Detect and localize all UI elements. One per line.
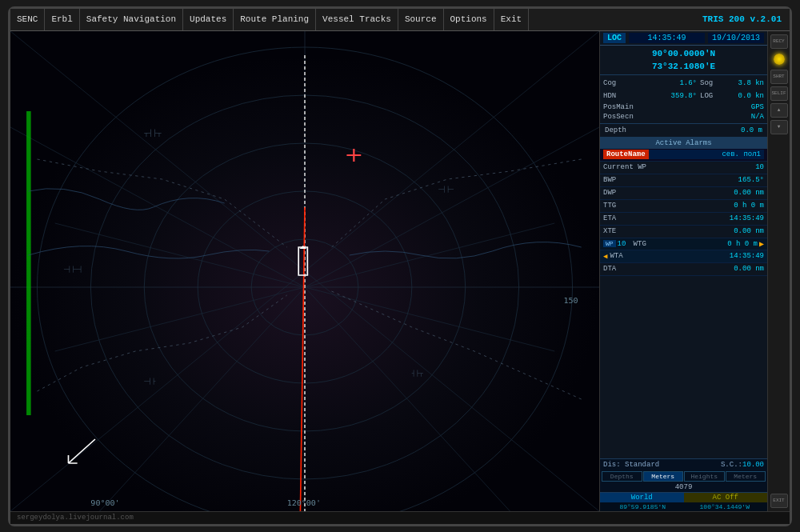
cog-row: Cog 1.6° Sog 3.8 kn	[600, 77, 767, 90]
side-btn-exit-label: EXIT	[773, 498, 784, 503]
chart-number: 4079	[600, 482, 767, 492]
ac-label: AC Off	[684, 493, 768, 502]
side-btn-recy[interactable]: RECY	[770, 34, 788, 49]
heights-tab[interactable]: Heights	[684, 471, 725, 482]
hdn-value: 359.8°	[643, 92, 697, 100]
wtg-value: 0 h 0 m	[727, 240, 758, 248]
bwp-row: BWP 165.5°	[600, 174, 767, 187]
depth-tabs: Depths Meters Heights Meters	[600, 470, 767, 482]
menu-source[interactable]: Source	[398, 9, 444, 30]
sc-value: 10.00	[742, 461, 764, 469]
coordinates-section: 90°00.0000'N 73°32.1080'E	[600, 46, 767, 75]
right-panel: LOC 14:35:49 19/10/2013 90°00.0000'N 73°…	[599, 31, 767, 511]
cog-value: 1.6°	[643, 79, 697, 87]
hdn-row: HDN 359.8° LOG 0.0 kn	[600, 90, 767, 102]
ttg-value: 0 h 0 m	[655, 202, 764, 210]
side-buttons: RECY SHRT SELIF ▲ ▼ EXIT	[767, 31, 790, 511]
side-btn-up-label: ▲	[778, 108, 781, 113]
svg-text:─┤├─┤: ─┤├─┤	[63, 266, 83, 272]
yellow-indicator	[774, 54, 785, 65]
menu-safety-nav[interactable]: Safety Navigation	[80, 9, 183, 30]
current-wp-value: 10	[655, 163, 764, 171]
nav-data-section: Cog 1.6° Sog 3.8 kn HDN 359.8° LOG 0.0 k…	[600, 75, 767, 124]
posmain-row: PosMain GPS	[600, 102, 767, 112]
menubar: SENC Erbl Safety Navigation Updates Rout…	[10, 9, 790, 31]
meters1-tab[interactable]: Meters	[643, 471, 684, 482]
log-value: 0.0 kn	[728, 92, 764, 100]
routename-value: сев. пол1	[649, 150, 764, 159]
depth-value: 0.0 m	[741, 126, 762, 134]
side-btn-down[interactable]: ▼	[770, 120, 788, 134]
side-btn-shrt[interactable]: SHRT	[770, 70, 788, 84]
wp-number: 10	[618, 240, 634, 248]
bottom-coord2: 100°34.1449'W	[686, 503, 765, 510]
eta-row: ETA 14:35:49	[600, 213, 767, 226]
side-btn-recy-label: RECY	[773, 39, 784, 44]
possecn-row: PosSecn N/A	[600, 112, 767, 122]
bottom-coords: 89°59.9185'N 100°34.1449'W	[600, 502, 767, 511]
bwp-value: 165.5°	[655, 176, 764, 184]
meters2-tab[interactable]: Meters	[726, 471, 766, 482]
routename-row: RouteName сев. пол1	[600, 149, 767, 162]
xte-label: XTE	[603, 227, 655, 235]
svg-text:┬┤├┬: ┬┤├┬	[143, 129, 162, 137]
side-btn-selif[interactable]: SELIF	[770, 86, 788, 101]
dis-row: Dis: Standard S.C.: 10.00	[600, 459, 767, 470]
svg-text:─┤├: ─┤├	[143, 378, 156, 384]
xte-value: 0.00 nm	[655, 227, 764, 235]
menu-route-planing[interactable]: Route Planing	[234, 9, 316, 30]
posmain-value: GPS	[651, 103, 764, 111]
menu-vessel-tracks[interactable]: Vessel Tracks	[316, 9, 398, 30]
nav-arrow-icon: ◀	[603, 252, 607, 261]
current-time: 14:35:49	[629, 33, 705, 43]
info-header: LOC 14:35:49 19/10/2013	[600, 31, 767, 46]
status-bar: sergeydolya.livejournal.com	[10, 511, 790, 524]
app-title: TRIS 200 v.2.01	[694, 14, 790, 24]
wta-label: WTA	[610, 252, 662, 260]
side-btn-exit[interactable]: EXIT	[770, 494, 788, 508]
current-wp-label: Current WP	[603, 163, 655, 171]
cog-label: Cog	[603, 79, 643, 87]
sog-value: 3.8 kn	[728, 79, 764, 87]
dta-value: 0.00 nm	[655, 265, 764, 273]
bottom-info: Dis: Standard S.C.: 10.00 Depths Meters …	[600, 458, 767, 511]
ttg-label: TTG	[603, 202, 655, 210]
possecn-label: PosSecn	[603, 113, 651, 121]
xte-row: XTE 0.00 nm	[600, 226, 767, 238]
depth-label: Depth	[605, 126, 741, 134]
world-row: World AC Off	[600, 492, 767, 502]
depth-section: Depth 0.0 m	[600, 124, 767, 138]
current-wp-row: Current WP 10	[600, 162, 767, 174]
posmain-label: PosMain	[603, 103, 651, 111]
side-btn-up[interactable]: ▲	[770, 103, 788, 118]
menu-exit[interactable]: Exit	[494, 9, 529, 30]
side-btn-down-label: ▼	[778, 125, 781, 130]
wp-badge: WP	[603, 240, 616, 247]
svg-text:150: 150	[563, 296, 578, 304]
menu-updates[interactable]: Updates	[183, 9, 234, 30]
svg-text:─┤├─: ─┤├─	[438, 186, 454, 192]
possecn-value: N/A	[651, 113, 764, 121]
dwp-row: DWP 0.00 nm	[600, 187, 767, 200]
ttg-row: TTG 0 h 0 m	[600, 200, 767, 213]
dwp-value: 0.00 nm	[655, 189, 764, 197]
depth-row: Depth 0.0 m	[600, 126, 767, 135]
wp-row: WP 10 WTG 0 h 0 m ▶	[600, 238, 767, 250]
sc-label: S.C.:	[721, 461, 742, 469]
depths-tab[interactable]: Depths	[602, 471, 642, 482]
wta-row: ◀ WTA 14:35:49	[600, 250, 767, 263]
menu-senc[interactable]: SENC	[10, 9, 45, 30]
menu-erbl[interactable]: Erbl	[45, 9, 79, 30]
bwp-label: BWP	[603, 176, 655, 184]
latitude-display: 90°00.0000'N	[600, 47, 767, 60]
dta-row: DTA 0.00 nm	[600, 263, 767, 276]
routename-label: RouteName	[603, 150, 649, 159]
log-label: LOG	[700, 92, 728, 100]
wtg-label: WTG	[634, 240, 728, 248]
chart-area: ┬┤├┬ ─┤├─┤ ─┤├─ ┤├┬ ─┤├	[10, 31, 599, 511]
alarms-header: Active Alarms	[600, 138, 767, 149]
wta-value: 14:35:49	[662, 252, 764, 260]
svg-text:90°00': 90°00'	[90, 498, 119, 506]
menu-options[interactable]: Options	[444, 9, 494, 30]
side-btn-shrt-label: SHRT	[773, 74, 784, 79]
